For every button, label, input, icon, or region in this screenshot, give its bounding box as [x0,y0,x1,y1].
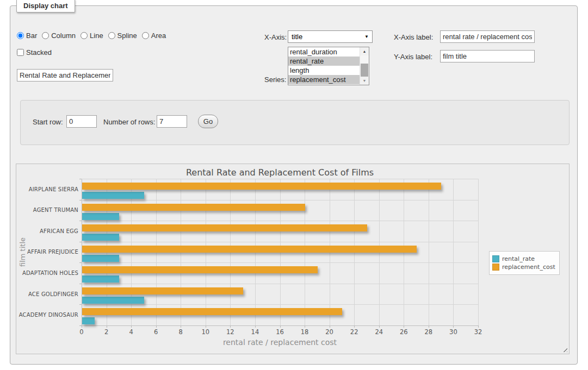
stacked-checkbox-row[interactable]: Stacked [17,48,52,57]
bar-replacement_cost [82,204,305,211]
resize-handle-icon[interactable] [561,346,567,352]
gridline-horizontal [82,262,478,263]
bar-rental_rate [82,275,119,283]
x-tick-label: 16 [270,328,290,336]
y-tick-mark [79,304,82,305]
category-label: AFRICAN EGG [16,221,78,242]
chart-type-option-bar[interactable]: Bar [17,32,37,40]
bar-replacement_cost [82,266,318,273]
gridline-horizontal [82,179,478,179]
start-row-input[interactable] [66,115,97,128]
x-axis-label-field-label: X-Axis label: [394,33,433,41]
legend-swatch-rental_rate [492,255,499,262]
x-tick-label: 28 [419,328,438,336]
scroll-down-icon[interactable]: ▼ [360,77,369,85]
scroll-up-icon[interactable]: ▲ [360,47,369,55]
go-button[interactable]: Go [198,115,218,128]
chart-type-label: Area [151,32,166,40]
x-tick-label: 8 [171,328,190,336]
chart-type-label: Column [51,32,76,40]
bar-rental_rate [82,297,144,304]
x-tick-label: 14 [245,328,265,336]
x-axis-select[interactable]: title ▼ [288,30,373,43]
category-label: ACE GOLDFINGER [16,284,78,305]
bar-replacement_cost [82,183,441,190]
gridline-horizontal [82,242,478,242]
chart-container: Rental Rate and Replacement Cost of Film… [16,164,570,354]
x-tick-label: 20 [320,328,339,336]
category-label: ACADEMY DINOSAUR [16,304,78,325]
chart-title: Rental Rate and Replacement Cost of Film… [82,167,478,178]
chart-type-option-spline[interactable]: Spline [108,32,137,40]
bar-rental_rate [82,234,119,241]
x-tick-label: 4 [121,328,141,336]
series-option-length[interactable]: length [288,66,360,75]
y-axis-label-field-label: Y-Axis label: [394,53,432,61]
y-tick-mark [79,325,82,326]
gridline-vertical [453,179,454,325]
y-tick-mark [79,221,82,221]
chart-legend: rental_ratereplacement_cost [489,251,560,275]
series-option-rental_duration[interactable]: rental_duration [288,47,360,57]
x-tick-label: 24 [369,328,389,336]
scrollbar-thumb[interactable] [361,64,368,77]
x-tick-label: 22 [344,328,364,336]
x-tick-label: 26 [394,328,413,336]
x-tick-label: 0 [72,328,91,336]
number-of-rows-input[interactable] [157,115,187,128]
row-controls-panel: Start row: Number of rows: Go [20,100,570,145]
chart-type-radio-line[interactable] [81,32,88,39]
chart-type-option-area[interactable]: Area [142,32,166,40]
x-axis-label-input[interactable] [440,30,535,43]
gridline-horizontal [82,200,478,200]
bar-replacement_cost [82,287,243,294]
series-option-replacement_cost[interactable]: replacement_cost [288,75,360,84]
chart-title-input[interactable] [17,69,113,81]
x-axis-label: X-Axis: [264,33,287,41]
y-tick-mark [79,284,82,284]
chart-type-label: Spline [117,32,137,40]
start-row-label: Start row: [33,118,63,126]
y-axis-label-input[interactable] [440,50,535,62]
chart-x-axis-title: rental rate / replacement cost [82,338,478,347]
bar-replacement_cost [82,246,417,253]
gridline-vertical [429,179,429,325]
x-tick-label: 6 [146,328,166,336]
category-label: AGENT TRUMAN [16,200,78,221]
category-label: ADAPTATION HOLES [16,262,78,284]
chart-type-radio-area[interactable] [142,32,149,39]
bar-rental_rate [82,317,95,324]
x-tick-label: 32 [468,328,488,336]
x-tick-label: 10 [196,328,215,336]
chart-plot-area [82,179,478,325]
y-tick-mark [79,242,82,242]
bar-replacement_cost [82,308,342,315]
listbox-scrollbar[interactable]: ▲ ▼ [360,47,369,85]
bar-rental_rate [82,255,119,262]
chart-type-option-column[interactable]: Column [42,32,76,40]
gridline-horizontal [82,325,478,326]
stacked-label: Stacked [26,48,52,57]
y-tick-mark [79,262,82,263]
chart-type-option-line[interactable]: Line [81,32,103,40]
chart-type-radio-column[interactable] [42,32,49,39]
series-option-rental_rate[interactable]: rental_rate [288,57,360,66]
series-label: Series: [264,76,286,84]
display-chart-fieldset: Display chart BarColumnLineSplineArea St… [10,5,578,365]
chart-type-label: Line [90,32,103,40]
chart-type-radio-spline[interactable] [108,32,115,39]
x-tick-label: 18 [295,328,314,336]
series-listbox[interactable]: rental_durationrental_ratelengthreplacem… [288,47,369,85]
stacked-checkbox[interactable] [17,49,24,56]
fieldset-legend: Display chart [16,0,75,12]
legend-label: replacement_cost [502,264,555,271]
legend-entry: rental_rate [492,255,555,262]
bar-replacement_cost [82,224,367,231]
chart-type-radio-bar[interactable] [17,32,24,39]
gridline-vertical [478,179,479,325]
chart-type-label: Bar [26,32,37,40]
x-tick-mark [478,325,479,328]
legend-swatch-replacement_cost [492,264,499,271]
gridline-horizontal [82,221,478,221]
y-tick-mark [79,200,82,200]
